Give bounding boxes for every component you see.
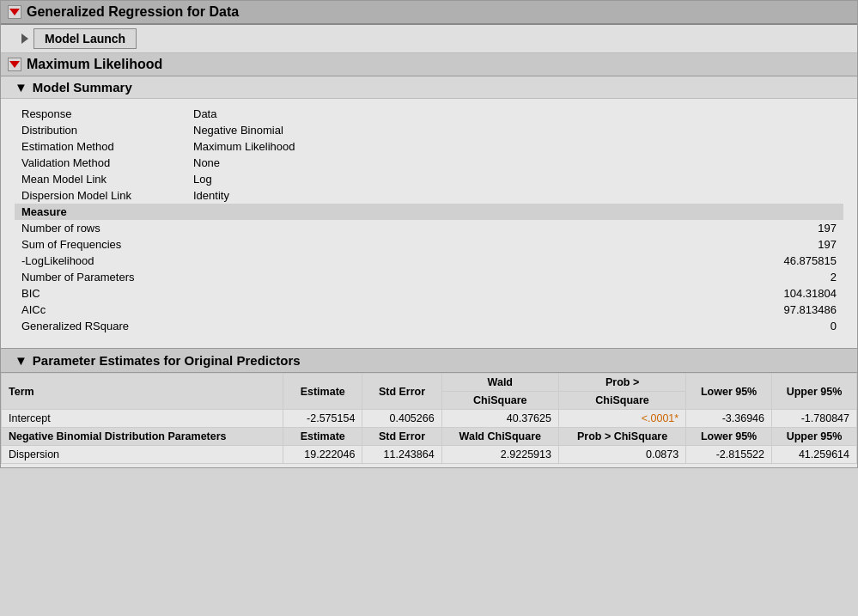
measure-row: AICc 97.813486: [15, 302, 843, 318]
model-summary-content: Response Data Distribution Negative Bino…: [1, 99, 857, 348]
measure-value: 2: [186, 269, 843, 285]
nb-upper-header: Upper 95%: [772, 428, 857, 446]
measure-label: AICc: [15, 302, 186, 318]
summary-field-row: Dispersion Model Link Identity: [15, 187, 843, 204]
table-row: Intercept -2.575154 0.405266 40.37625 <.…: [2, 410, 857, 428]
measure-row: Sum of Frequencies 197: [15, 236, 843, 253]
measure-row: Number of rows 197: [15, 220, 843, 236]
param-estimates-section: ▼ Parameter Estimates for Original Predi…: [1, 348, 857, 467]
main-container: Generalized Regression for Data Model La…: [0, 0, 858, 468]
summary-label: Validation Method: [15, 155, 186, 171]
measure-row: Number of Parameters 2: [15, 269, 843, 285]
summary-value: Maximum Likelihood: [186, 138, 843, 155]
std-error-cell: 11.243864: [362, 446, 441, 464]
summary-field-row: Mean Model Link Log: [15, 171, 843, 187]
summary-field-row: Validation Method None: [15, 155, 843, 171]
term-cell: Dispersion: [2, 446, 283, 464]
col-std-error: Std Error: [362, 374, 441, 410]
maximum-likelihood-section: Maximum Likelihood ▼ Model Summary Respo…: [1, 53, 857, 467]
measure-label: Generalized RSquare: [15, 318, 186, 334]
measure-header-row: Measure: [15, 204, 843, 220]
model-summary-header[interactable]: ▼ Model Summary: [1, 76, 857, 99]
summary-value: Negative Binomial: [186, 122, 843, 138]
table-row: Dispersion 19.222046 11.243864 2.9225913…: [2, 446, 857, 464]
measure-row: -LogLikelihood 46.875815: [15, 253, 843, 269]
collapse-top-icon[interactable]: [8, 5, 21, 19]
param-estimates-header[interactable]: ▼ Parameter Estimates for Original Predi…: [1, 348, 857, 373]
param-estimates-table: Term Estimate Std Error Wald Prob > Lowe…: [1, 373, 857, 464]
model-launch-section: Model Launch: [1, 25, 857, 53]
neg-binomial-label: Negative Binomial Distribution Parameter…: [2, 428, 283, 446]
col-estimate: Estimate: [283, 374, 362, 410]
estimate-cell: -2.575154: [283, 410, 362, 428]
summary-label: Dispersion Model Link: [15, 187, 186, 204]
term-cell: Intercept: [2, 410, 283, 428]
measure-label: BIC: [15, 285, 186, 302]
measure-value: 197: [186, 220, 843, 236]
summary-field-row: Distribution Negative Binomial: [15, 122, 843, 138]
summary-label: Distribution: [15, 122, 186, 138]
top-title: Generalized Regression for Data: [27, 4, 239, 20]
col-prob-chisquare-sub: ChiSquare: [558, 392, 685, 410]
measure-value: 0: [186, 318, 843, 334]
measure-label: Number of Parameters: [15, 269, 186, 285]
summary-value: Log: [186, 171, 843, 187]
model-summary-table: Response Data Distribution Negative Bino…: [15, 106, 843, 334]
measure-label: Number of rows: [15, 220, 186, 236]
summary-value: None: [186, 155, 843, 171]
measure-value: 197: [186, 236, 843, 253]
summary-label: Mean Model Link: [15, 171, 186, 187]
nb-prob-header: Prob > ChiSquare: [558, 428, 685, 446]
model-launch-collapse-icon[interactable]: [21, 34, 28, 44]
nb-lower-header: Lower 95%: [686, 428, 772, 446]
measure-value: 104.31804: [186, 285, 843, 302]
model-launch-button[interactable]: Model Launch: [33, 28, 137, 49]
summary-label: Estimation Method: [15, 138, 186, 155]
prob-value: <.0001*: [558, 410, 685, 428]
summary-value: Data: [186, 106, 843, 122]
lower-95-cell: -2.815522: [686, 446, 772, 464]
ml-header[interactable]: Maximum Likelihood: [1, 53, 857, 76]
col-term: Term: [2, 374, 283, 410]
col-upper-95: Upper 95%: [772, 374, 857, 410]
ml-collapse-icon[interactable]: [8, 58, 21, 71]
std-error-cell: 0.405266: [362, 410, 441, 428]
wald-chi-cell: 40.37625: [441, 410, 558, 428]
measure-value: 97.813486: [186, 302, 843, 318]
summary-field-row: Response Data: [15, 106, 843, 122]
param-estimates-title: Parameter Estimates for Original Predict…: [33, 353, 301, 368]
neg-binomial-group-header: Negative Binomial Distribution Parameter…: [2, 428, 857, 446]
measure-row: BIC 104.31804: [15, 285, 843, 302]
model-summary-title: Model Summary: [33, 80, 132, 95]
summary-field-row: Estimation Method Maximum Likelihood: [15, 138, 843, 155]
nb-std-error-header: Std Error: [362, 428, 441, 446]
summary-label: Response: [15, 106, 186, 122]
measure-value: 46.875815: [186, 253, 843, 269]
upper-95-cell: 41.259614: [772, 446, 857, 464]
upper-95-cell: -1.780847: [772, 410, 857, 428]
measure-label: -LogLikelihood: [15, 253, 186, 269]
col-wald-chisquare-sub: ChiSquare: [441, 392, 558, 410]
summary-value: Identity: [186, 187, 843, 204]
param-table-wrapper: Term Estimate Std Error Wald Prob > Lowe…: [1, 373, 857, 467]
measure-row: Generalized RSquare 0: [15, 318, 843, 334]
estimate-cell: 19.222046: [283, 446, 362, 464]
top-section-header[interactable]: Generalized Regression for Data: [1, 1, 857, 25]
lower-95-cell: -3.36946: [686, 410, 772, 428]
measure-label: Sum of Frequencies: [15, 236, 186, 253]
prob-value: 0.0873: [558, 446, 685, 464]
model-summary-section: ▼ Model Summary Response Data Distributi…: [1, 76, 857, 348]
col-lower-95: Lower 95%: [686, 374, 772, 410]
nb-estimate-header: Estimate: [283, 428, 362, 446]
ml-title: Maximum Likelihood: [27, 57, 162, 72]
measure-header-cell: Measure: [15, 204, 843, 220]
wald-chi-cell: 2.9225913: [441, 446, 558, 464]
col-prob-chisquare: Prob >: [558, 374, 685, 392]
nb-wald-header: Wald ChiSquare: [441, 428, 558, 446]
col-wald-chisquare: Wald: [441, 374, 558, 392]
param-table-header-row: Term Estimate Std Error Wald Prob > Lowe…: [2, 374, 857, 392]
